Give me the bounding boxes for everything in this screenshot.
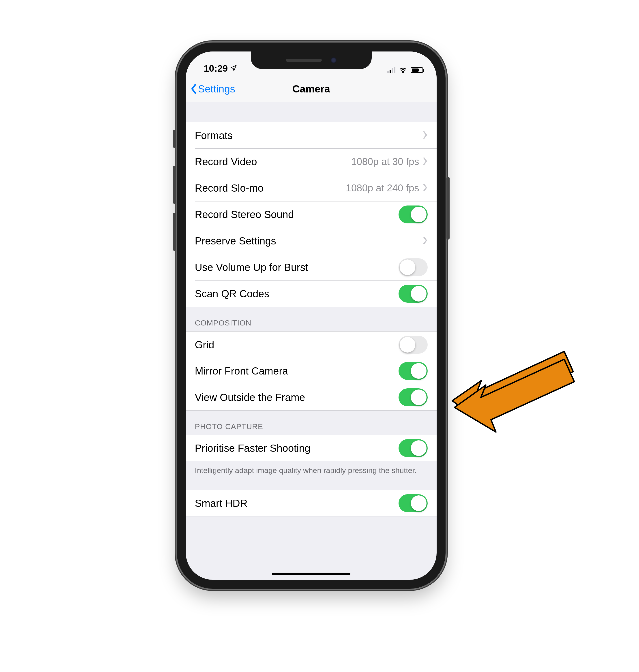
stereo-sound-label: Record Stereo Sound: [195, 208, 399, 220]
status-time-group: 10:29: [204, 63, 237, 74]
screen: 10:29 Settings: [186, 51, 437, 580]
mirror-front-camera-cell: Mirror Front Camera: [186, 358, 437, 384]
record-slomo-value: 1080p at 240 fps: [346, 183, 419, 194]
photo-capture-header: PHOTO CAPTURE: [186, 410, 437, 435]
record-slomo-label: Record Slo-mo: [195, 182, 346, 194]
faster-shooting-footer: Intelligently adapt image quality when r…: [186, 462, 437, 481]
chevron-right-icon: [423, 235, 427, 247]
faster-shooting-cell: Prioritise Faster Shooting: [186, 435, 437, 462]
view-outside-frame-label: View Outside the Frame: [195, 391, 399, 403]
view-outside-frame-toggle[interactable]: [399, 388, 427, 406]
record-video-value: 1080p at 30 fps: [351, 156, 419, 167]
faster-shooting-toggle[interactable]: [399, 439, 427, 457]
wifi-icon: [399, 66, 407, 74]
cellular-signal-icon: [387, 67, 395, 73]
volume-burst-cell: Use Volume Up for Burst: [186, 254, 437, 281]
grid-label: Grid: [195, 339, 399, 351]
screen-content: 10:29 Settings: [186, 51, 437, 580]
chevron-right-icon: [423, 156, 427, 168]
status-time: 10:29: [204, 63, 228, 74]
volume-burst-label: Use Volume Up for Burst: [195, 261, 399, 273]
volume-burst-toggle[interactable]: [399, 258, 427, 276]
nav-bar: Settings Camera: [186, 76, 437, 102]
status-right: [387, 66, 423, 74]
notch: [251, 51, 372, 69]
view-outside-frame-cell: View Outside the Frame: [186, 384, 437, 410]
grid-cell: Grid: [186, 331, 437, 358]
back-label: Settings: [198, 83, 235, 95]
smart-hdr-toggle[interactable]: [399, 494, 427, 512]
composition-header: COMPOSITION: [186, 307, 437, 331]
page-title: Camera: [292, 83, 330, 95]
smart-hdr-label: Smart HDR: [195, 497, 399, 509]
stereo-sound-cell: Record Stereo Sound: [186, 201, 437, 228]
qr-codes-label: Scan QR Codes: [195, 288, 399, 300]
chevron-right-icon: [423, 129, 427, 141]
volume-up-button: [173, 166, 176, 204]
record-video-cell[interactable]: Record Video 1080p at 30 fps: [186, 149, 437, 175]
volume-down-button: [173, 213, 176, 251]
mute-switch: [173, 130, 176, 148]
side-button: [447, 177, 450, 239]
phone-frame: 10:29 Settings: [177, 43, 446, 589]
earpiece-speaker: [286, 59, 322, 62]
battery-icon: [411, 67, 423, 73]
formats-label: Formats: [195, 129, 423, 141]
smart-hdr-cell: Smart HDR: [186, 490, 437, 516]
mirror-front-camera-toggle[interactable]: [399, 362, 427, 380]
svg-marker-1: [452, 351, 573, 423]
formats-cell[interactable]: Formats: [186, 122, 437, 149]
location-arrow-icon: [230, 63, 237, 74]
annotation-arrow: [443, 340, 582, 434]
chevron-right-icon: [423, 182, 427, 194]
back-button[interactable]: Settings: [190, 76, 235, 101]
home-indicator[interactable]: [272, 573, 350, 575]
qr-codes-toggle[interactable]: [399, 285, 427, 303]
qr-codes-cell: Scan QR Codes: [186, 281, 437, 307]
preserve-settings-cell[interactable]: Preserve Settings: [186, 228, 437, 254]
mirror-front-camera-label: Mirror Front Camera: [195, 365, 399, 377]
chevron-left-icon: [190, 84, 197, 94]
record-video-label: Record Video: [195, 156, 351, 168]
arrow-icon: [452, 351, 574, 432]
section-gap: [186, 102, 437, 122]
faster-shooting-label: Prioritise Faster Shooting: [195, 442, 399, 454]
stereo-sound-toggle[interactable]: [399, 205, 427, 223]
record-slomo-cell[interactable]: Record Slo-mo 1080p at 240 fps: [186, 175, 437, 201]
preserve-settings-label: Preserve Settings: [195, 235, 423, 247]
svg-point-0: [402, 72, 403, 73]
front-camera-dot: [331, 57, 337, 63]
grid-toggle[interactable]: [399, 336, 427, 354]
